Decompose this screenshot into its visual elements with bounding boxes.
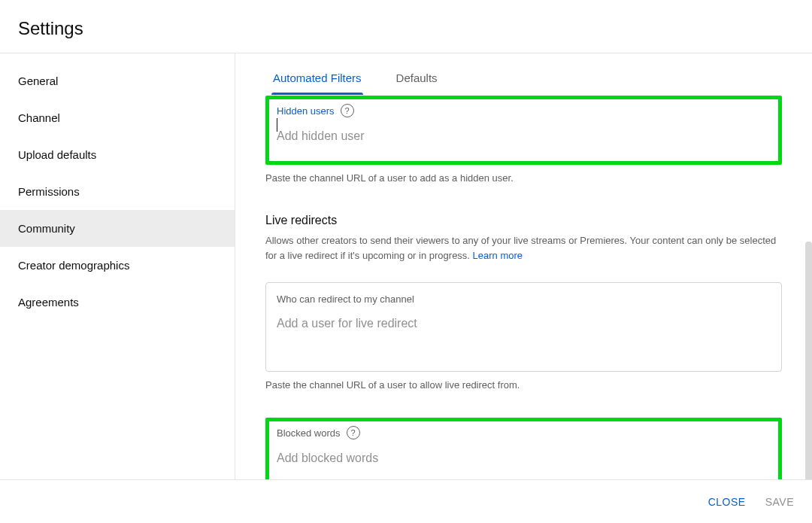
sidebar-item-upload-defaults[interactable]: Upload defaults (0, 136, 235, 173)
tab-automated-filters[interactable]: Automated Filters (273, 71, 362, 95)
blocked-words-input[interactable] (277, 452, 771, 465)
live-redirects-description: Allows other creators to send their view… (265, 233, 782, 263)
live-redirect-label: Who can redirect to my channel (277, 293, 771, 305)
close-button[interactable]: CLOSE (708, 496, 746, 508)
hidden-users-box: Hidden users ? (265, 96, 782, 165)
page-title: Settings (18, 18, 794, 39)
sidebar-item-general[interactable]: General (0, 62, 235, 99)
help-icon[interactable]: ? (341, 104, 354, 117)
footer: CLOSE SAVE (0, 479, 812, 523)
live-redirect-helper: Paste the channel URL of a user to allow… (265, 379, 782, 391)
settings-sidebar: General Channel Upload defaults Permissi… (0, 53, 235, 482)
sidebar-item-agreements[interactable]: Agreements (0, 284, 235, 321)
hidden-users-helper: Paste the channel URL of a user to add a… (265, 172, 782, 184)
tabs: Automated Filters Defaults (265, 53, 782, 96)
help-icon[interactable]: ? (347, 426, 360, 439)
hidden-users-label: Hidden users ? (277, 104, 771, 117)
save-button[interactable]: SAVE (765, 496, 794, 508)
sidebar-item-permissions[interactable]: Permissions (0, 173, 235, 210)
sidebar-item-channel[interactable]: Channel (0, 99, 235, 136)
blocked-words-label-text: Blocked words (277, 427, 341, 439)
blocked-words-label: Blocked words ? (277, 426, 771, 439)
live-redirect-box: Who can redirect to my channel (265, 282, 782, 372)
sidebar-item-community[interactable]: Community (0, 210, 235, 247)
sidebar-item-creator-demographics[interactable]: Creator demographics (0, 247, 235, 284)
blocked-words-box: Blocked words ? (265, 418, 782, 482)
hidden-users-input[interactable] (277, 129, 771, 143)
live-redirect-input[interactable] (277, 317, 771, 330)
tab-defaults[interactable]: Defaults (396, 71, 438, 95)
live-redirects-title: Live redirects (265, 214, 782, 227)
learn-more-link[interactable]: Learn more (473, 250, 523, 261)
hidden-users-label-text: Hidden users (277, 105, 335, 117)
